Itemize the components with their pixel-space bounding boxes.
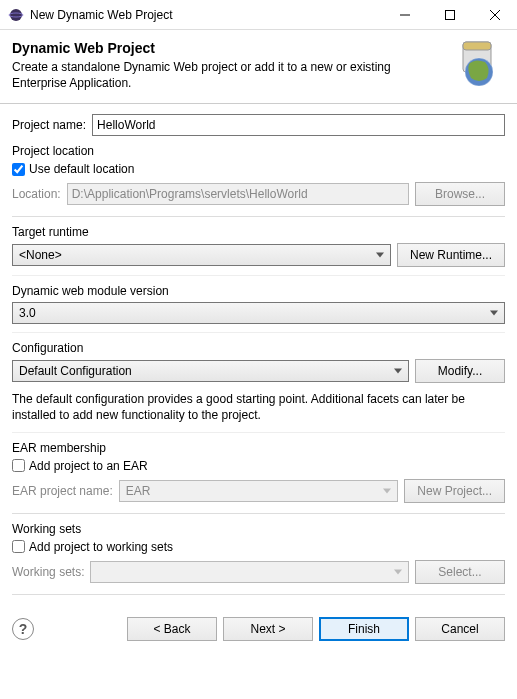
- working-sets-select: [90, 561, 409, 583]
- add-to-ear-label: Add project to an EAR: [29, 459, 148, 473]
- module-version-group: Dynamic web module version: [12, 284, 505, 298]
- target-runtime-group: Target runtime: [12, 225, 505, 239]
- add-to-working-sets-label: Add project to working sets: [29, 540, 173, 554]
- working-sets-group: Working sets: [12, 522, 505, 536]
- svg-rect-3: [445, 10, 454, 19]
- separator: [12, 216, 505, 217]
- configuration-group: Configuration: [12, 341, 505, 355]
- separator: [12, 432, 505, 433]
- next-button[interactable]: Next >: [223, 617, 313, 641]
- select-working-sets-button: Select...: [415, 560, 505, 584]
- target-runtime-value: <None>: [19, 248, 62, 262]
- module-version-select[interactable]: 3.0: [12, 302, 505, 324]
- back-button[interactable]: < Back: [127, 617, 217, 641]
- project-location-group: Project location: [12, 144, 505, 158]
- separator: [12, 513, 505, 514]
- window-title: New Dynamic Web Project: [30, 8, 382, 22]
- banner: Dynamic Web Project Create a standalone …: [0, 30, 517, 104]
- modify-button[interactable]: Modify...: [415, 359, 505, 383]
- module-version-value: 3.0: [19, 306, 36, 320]
- help-icon[interactable]: ?: [12, 618, 34, 640]
- project-name-label: Project name:: [12, 118, 86, 132]
- window-controls: [382, 0, 517, 30]
- svg-point-0: [10, 9, 22, 21]
- location-input: [67, 183, 409, 205]
- working-sets-label: Working sets:: [12, 565, 84, 579]
- project-name-input[interactable]: [92, 114, 505, 136]
- minimize-button[interactable]: [382, 0, 427, 30]
- banner-title: Dynamic Web Project: [12, 40, 445, 56]
- browse-button: Browse...: [415, 182, 505, 206]
- configuration-select[interactable]: Default Configuration: [12, 360, 409, 382]
- ear-membership-group: EAR membership: [12, 441, 505, 455]
- use-default-location-label: Use default location: [29, 162, 134, 176]
- target-runtime-select[interactable]: <None>: [12, 244, 391, 266]
- titlebar: New Dynamic Web Project: [0, 0, 517, 30]
- close-button[interactable]: [472, 0, 517, 30]
- separator: [12, 332, 505, 333]
- add-to-ear-checkbox[interactable]: [12, 459, 25, 472]
- cancel-button[interactable]: Cancel: [415, 617, 505, 641]
- ear-name-label: EAR project name:: [12, 484, 113, 498]
- finish-button[interactable]: Finish: [319, 617, 409, 641]
- ear-name-select: EAR: [119, 480, 399, 502]
- use-default-location-checkbox[interactable]: [12, 163, 25, 176]
- add-to-working-sets-checkbox[interactable]: [12, 540, 25, 553]
- wizard-globe-icon: [445, 40, 505, 90]
- separator: [12, 275, 505, 276]
- ear-name-value: EAR: [126, 484, 151, 498]
- separator: [12, 594, 505, 595]
- configuration-value: Default Configuration: [19, 364, 132, 378]
- eclipse-icon: [8, 7, 24, 23]
- maximize-button[interactable]: [427, 0, 472, 30]
- new-project-button: New Project...: [404, 479, 505, 503]
- banner-description: Create a standalone Dynamic Web project …: [12, 60, 402, 91]
- content-area: Project name: Project location Use defau…: [0, 104, 517, 606]
- new-runtime-button[interactable]: New Runtime...: [397, 243, 505, 267]
- configuration-description: The default configuration provides a goo…: [12, 391, 505, 423]
- location-label: Location:: [12, 187, 61, 201]
- button-bar: ? < Back Next > Finish Cancel: [0, 607, 517, 655]
- svg-rect-7: [463, 42, 491, 50]
